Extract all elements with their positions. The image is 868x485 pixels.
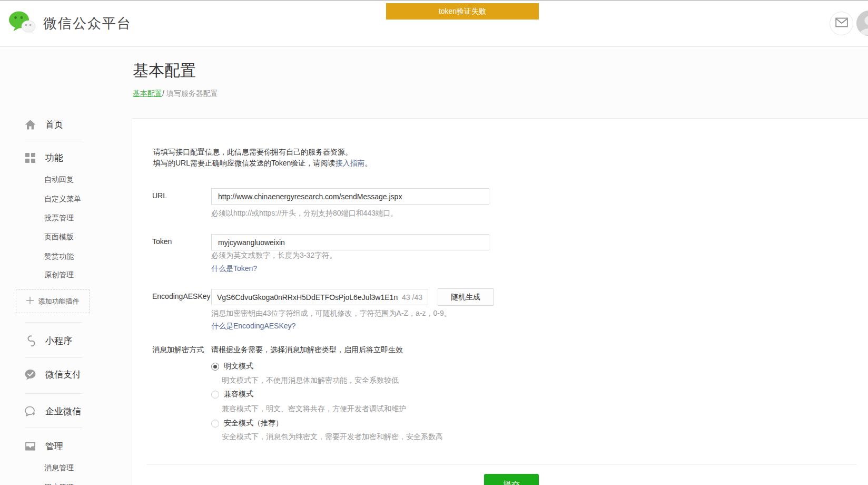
divider [25, 428, 82, 428]
sidebar-item-auto-reply[interactable]: 自动回复 [44, 175, 74, 186]
server-config-form: 请填写接口配置信息，此信息需要你拥有自己的服务器资源。 填写的URL需要正确响应… [132, 118, 868, 485]
sidebar-item-original-mgmt[interactable]: 原创管理 [44, 270, 74, 281]
sidebar-item-reward[interactable]: 赞赏功能 [44, 252, 74, 263]
wechat-logo-icon [8, 10, 37, 36]
sidebar-item-wework[interactable]: 企业微信 [24, 405, 81, 418]
divider [25, 357, 82, 358]
what-is-token-link[interactable]: 什么是Token? [211, 264, 257, 274]
aes-key-value: VgS6CdvuGkoga0nRRxH5DdETFOsPjoL6eJul3w1E… [217, 293, 398, 302]
add-plugin-label: 添加功能插件 [38, 297, 80, 306]
sidebar-item-features[interactable]: 功能 [24, 151, 63, 164]
intro-line-2: 填写的URL需要正确响应微信发送的Token验证，请阅读接入指南。 [153, 158, 372, 169]
grid-icon [24, 152, 36, 164]
user-avatar[interactable] [856, 11, 868, 36]
sidebar-label: 功能 [45, 152, 63, 164]
random-generate-button[interactable]: 随机生成 [438, 288, 494, 306]
radio-label: 明文模式 [224, 362, 253, 371]
divider [25, 393, 82, 394]
sidebar-label: 小程序 [45, 335, 72, 347]
wechat-mp-admin-page: 微信公众平台 token验证失败 [0, 0, 868, 485]
radio-label: 安全模式（推荐） [224, 419, 283, 428]
radio-label: 兼容模式 [224, 390, 253, 399]
sidebar-item-page-template[interactable]: 页面模版 [44, 232, 74, 243]
aes-key-counter: 43 /43 [402, 293, 422, 302]
encoding-aes-key-input[interactable]: VgS6CdvuGkoga0nRRxH5DdETFOsPjoL6eJul3w1E… [211, 289, 428, 305]
radio-compatible-mode[interactable]: 兼容模式 [211, 389, 253, 400]
token-hint: 必须为英文或数字，长度为3-32字符。 [211, 251, 337, 260]
breadcrumb-link-basic-config[interactable]: 基本配置 [133, 89, 162, 98]
breadcrumb-current: 填写服务器配置 [164, 89, 218, 98]
token-status-banner: token验证失败 [386, 3, 539, 20]
radio-secure-mode[interactable]: 安全模式（推荐） [211, 418, 283, 429]
submit-button[interactable]: 提交 [484, 474, 539, 485]
url-input[interactable] [211, 188, 489, 205]
what-is-aes-key-link[interactable]: 什么是EncodingAESKey? [211, 322, 295, 331]
token-label: Token [152, 237, 172, 246]
radio-secure-desc: 安全模式下，消息包为纯密文，需要开发者加密和解密，安全系数高 [222, 432, 443, 442]
sidebar-item-home[interactable]: 首页 [24, 118, 63, 131]
radio-plaintext-mode[interactable]: 明文模式 [211, 361, 253, 372]
tray-icon [24, 440, 36, 452]
avatar-person-icon [856, 28, 868, 36]
wechat-logo[interactable]: 微信公众平台 [8, 10, 132, 36]
url-label: URL [152, 191, 167, 200]
sidebar-item-miniprogram[interactable]: 小程序 [24, 334, 72, 347]
miniprogram-icon [24, 335, 36, 347]
intro-line-1: 请填写接口配置信息，此信息需要你拥有自己的服务器资源。 [153, 147, 372, 158]
radio-dot [211, 391, 219, 399]
form-intro: 请填写接口配置信息，此信息需要你拥有自己的服务器资源。 填写的URL需要正确响应… [153, 147, 372, 169]
access-guide-link[interactable]: 接入指南 [335, 159, 364, 167]
home-icon [24, 119, 36, 131]
sidebar-item-custom-menu[interactable]: 自定义菜单 [44, 195, 81, 205]
sidebar-label: 首页 [45, 119, 63, 131]
radio-dot [211, 420, 219, 428]
sidebar-label: 管理 [45, 440, 63, 452]
envelope-icon [835, 17, 848, 30]
divider [25, 322, 82, 323]
sidebar-item-wechat-pay[interactable]: 微信支付 [24, 368, 81, 381]
mail-button[interactable] [830, 12, 853, 35]
sidebar-label: 微信支付 [45, 368, 81, 381]
sidebar-item-manage[interactable]: 管理 [24, 440, 63, 452]
sidebar-label: 企业微信 [45, 405, 81, 418]
sidebar: 首页 功能 自动回复 自定义菜单 投票管理 页面模版 赞赏功能 原创管理 [0, 47, 132, 485]
plus-icon [26, 297, 34, 306]
page-title: 基本配置 [133, 60, 196, 82]
platform-title: 微信公众平台 [43, 14, 132, 33]
aes-key-label: EncodingAESKey [152, 292, 211, 300]
encrypt-mode-label: 消息加解密方式 [152, 345, 204, 355]
breadcrumb: 基本配置/ 填写服务器配置 [133, 89, 218, 99]
top-header: 微信公众平台 token验证失败 [0, 1, 868, 47]
sidebar-item-message-mgmt[interactable]: 消息管理 [44, 463, 74, 474]
wechat-pay-icon [24, 368, 36, 381]
radio-dot [211, 363, 219, 371]
divider [147, 464, 856, 464]
wework-icon [24, 405, 36, 418]
radio-plaintext-desc: 明文模式下，不使用消息体加解密功能，安全系数较低 [222, 376, 399, 385]
token-input[interactable] [211, 234, 489, 250]
divider [25, 140, 82, 140]
sidebar-item-user-mgmt[interactable]: 用户管理 [44, 483, 74, 485]
add-plugin-button[interactable]: 添加功能插件 [16, 289, 90, 313]
sidebar-item-vote-mgmt[interactable]: 投票管理 [44, 214, 74, 224]
radio-compatible-desc: 兼容模式下，明文、密文将共存，方便开发者调试和维护 [222, 404, 406, 414]
url-hint: 必须以http://或https://开头，分别支持80端口和443端口。 [211, 209, 398, 218]
aes-key-hint: 消息加密密钥由43位字符组成，可随机修改，字符范围为A-Z，a-z，0-9。 [211, 309, 451, 318]
encrypt-mode-hint: 请根据业务需要，选择消息加解密类型，启用后将立即生效 [211, 345, 403, 355]
